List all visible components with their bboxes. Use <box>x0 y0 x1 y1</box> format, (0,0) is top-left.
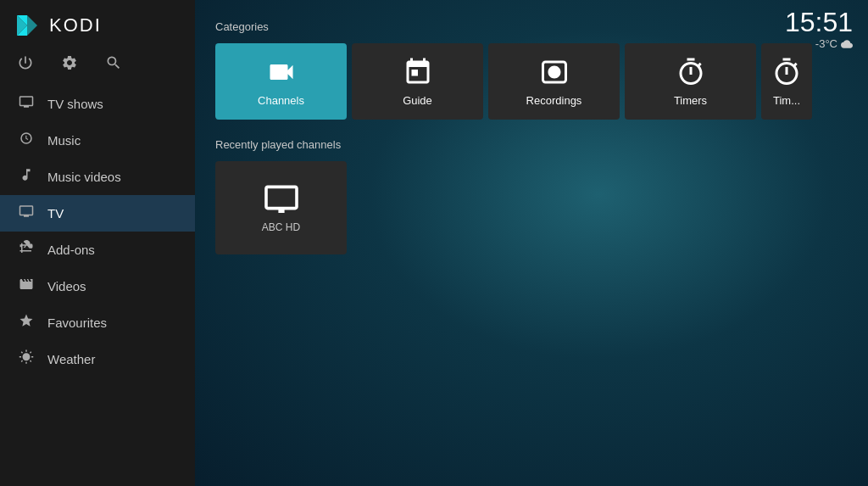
categories-label: Categories <box>215 20 848 33</box>
clock-weather: -3°C <box>785 37 853 50</box>
addons-icon <box>17 240 36 260</box>
music-icon <box>17 131 36 150</box>
channel-tile-abc-hd[interactable]: ABC HD <box>215 161 347 254</box>
sidebar-item-tv[interactable]: TV <box>0 195 195 232</box>
recordings-tile-label: Recordings <box>526 94 582 107</box>
sidebar-label-tv-shows: TV shows <box>47 97 103 111</box>
channels-row: ABC HD <box>215 161 848 254</box>
sidebar-item-favourites[interactable]: Favourites <box>0 304 195 341</box>
music-videos-icon <box>17 167 36 187</box>
sidebar-item-videos[interactable]: Videos <box>0 268 195 304</box>
sidebar-label-favourites: Favourites <box>47 316 107 330</box>
videos-icon <box>17 277 36 296</box>
tv-icon <box>17 204 36 223</box>
timers2-tile-icon <box>771 57 802 87</box>
sidebar-item-tv-shows[interactable]: TV shows <box>0 86 195 122</box>
kodi-logo-icon <box>14 12 41 39</box>
app-title: KODI <box>49 14 102 36</box>
clock-time: 15:51 <box>785 8 853 36</box>
recently-played-section: Recently played channels ABC HD <box>215 138 848 254</box>
clock-area: 15:51 -3°C <box>785 8 853 50</box>
timers-tile-icon <box>676 57 706 87</box>
app-header: KODI <box>0 0 195 47</box>
channels-tile-icon <box>266 57 297 87</box>
sidebar-label-music: Music <box>47 133 81 148</box>
channel-label-abc-hd: ABC HD <box>262 221 300 233</box>
recently-played-label: Recently played channels <box>215 138 848 151</box>
main-content: 15:51 -3°C Categories Channels <box>195 0 868 486</box>
guide-tile-label: Guide <box>403 94 432 107</box>
search-button[interactable] <box>105 54 122 75</box>
category-tile-timers2[interactable]: Tim... <box>761 43 812 120</box>
sidebar-label-addons: Add-ons <box>47 243 95 257</box>
svg-marker-1 <box>27 15 37 36</box>
categories-row: Channels Guide Recordings <box>215 43 848 120</box>
category-tile-channels[interactable]: Channels <box>215 43 347 120</box>
sidebar: KODI TV shows <box>0 0 195 486</box>
recordings-tile-icon <box>539 57 570 87</box>
channel-tv-icon <box>263 182 300 213</box>
timers2-tile-label: Tim... <box>773 94 800 107</box>
cloud-weather-icon <box>841 38 853 50</box>
category-tile-recordings[interactable]: Recordings <box>488 43 620 120</box>
sidebar-label-tv: TV <box>47 206 64 221</box>
sidebar-label-weather: Weather <box>47 352 95 366</box>
weather-icon <box>17 349 36 369</box>
channels-tile-label: Channels <box>258 94 304 107</box>
settings-button[interactable] <box>61 54 78 75</box>
category-tile-timers[interactable]: Timers <box>625 43 756 120</box>
sidebar-item-music-videos[interactable]: Music videos <box>0 159 195 195</box>
categories-section: Categories Channels Guide <box>215 20 848 120</box>
sidebar-label-music-videos: Music videos <box>47 170 121 184</box>
sidebar-item-weather[interactable]: Weather <box>0 341 195 377</box>
tv-shows-icon <box>17 94 36 114</box>
temperature-display: -3°C <box>815 37 837 50</box>
favourites-icon <box>17 313 36 332</box>
sidebar-item-music[interactable]: Music <box>0 122 195 159</box>
sidebar-controls <box>0 47 195 86</box>
guide-tile-icon <box>403 57 433 87</box>
sidebar-item-addons[interactable]: Add-ons <box>0 232 195 268</box>
timers-tile-label: Timers <box>674 94 707 107</box>
sidebar-label-videos: Videos <box>47 279 86 293</box>
sidebar-navigation: TV shows Music Music videos TV <box>0 86 195 486</box>
power-button[interactable] <box>17 54 34 75</box>
category-tile-guide[interactable]: Guide <box>352 43 483 120</box>
